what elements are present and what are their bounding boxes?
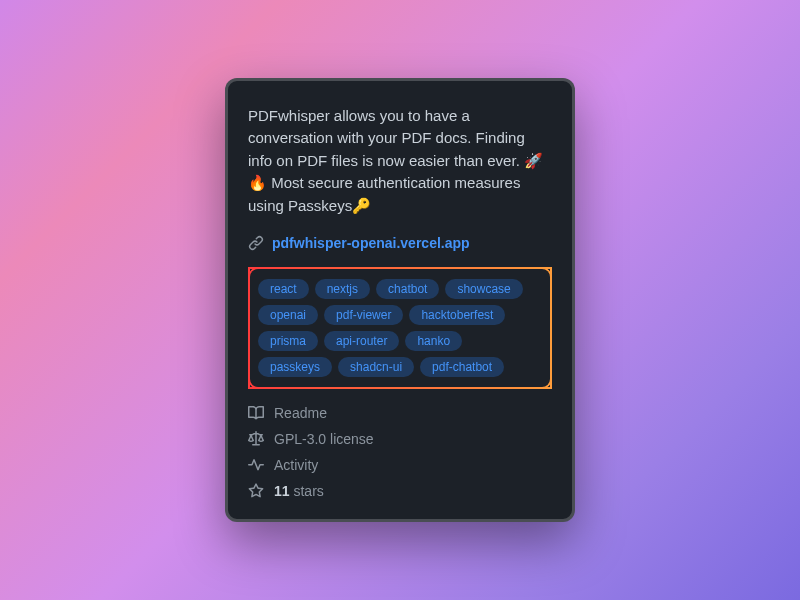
license-label: GPL-3.0 license bbox=[274, 431, 374, 447]
topic-pill[interactable]: hacktoberfest bbox=[409, 305, 505, 325]
activity-label: Activity bbox=[274, 457, 318, 473]
stars-text: 11 stars bbox=[274, 483, 324, 499]
law-icon bbox=[248, 431, 264, 447]
repo-meta-list: Readme GPL-3.0 license Activity 11 stars bbox=[248, 405, 552, 499]
topic-pill[interactable]: nextjs bbox=[315, 279, 370, 299]
book-icon bbox=[248, 405, 264, 421]
topic-pill[interactable]: shadcn-ui bbox=[338, 357, 414, 377]
topic-pill[interactable]: showcase bbox=[445, 279, 522, 299]
topics-highlight-box: react nextjs chatbot showcase openai pdf… bbox=[248, 267, 552, 389]
readme-link[interactable]: Readme bbox=[248, 405, 552, 421]
topic-pill[interactable]: api-router bbox=[324, 331, 399, 351]
topic-pill[interactable]: pdf-viewer bbox=[324, 305, 403, 325]
topic-pill[interactable]: openai bbox=[258, 305, 318, 325]
license-link[interactable]: GPL-3.0 license bbox=[248, 431, 552, 447]
topic-pill[interactable]: hanko bbox=[405, 331, 462, 351]
stars-link[interactable]: 11 stars bbox=[248, 483, 552, 499]
stars-label: stars bbox=[293, 483, 323, 499]
topic-pill[interactable]: passkeys bbox=[258, 357, 332, 377]
repo-link[interactable]: pdfwhisper-openai.vercel.app bbox=[248, 235, 552, 251]
stars-count: 11 bbox=[274, 483, 290, 499]
repo-description: PDFwhisper allows you to have a conversa… bbox=[248, 105, 552, 218]
topic-pill[interactable]: react bbox=[258, 279, 309, 299]
repo-about-card: PDFwhisper allows you to have a conversa… bbox=[225, 78, 575, 523]
link-icon bbox=[248, 235, 264, 251]
pulse-icon bbox=[248, 457, 264, 473]
topic-pill[interactable]: pdf-chatbot bbox=[420, 357, 504, 377]
repo-link-url: pdfwhisper-openai.vercel.app bbox=[272, 235, 470, 251]
topic-pill[interactable]: chatbot bbox=[376, 279, 439, 299]
star-icon bbox=[248, 483, 264, 499]
topic-pill[interactable]: prisma bbox=[258, 331, 318, 351]
topics-list: react nextjs chatbot showcase openai pdf… bbox=[258, 279, 542, 377]
readme-label: Readme bbox=[274, 405, 327, 421]
activity-link[interactable]: Activity bbox=[248, 457, 552, 473]
